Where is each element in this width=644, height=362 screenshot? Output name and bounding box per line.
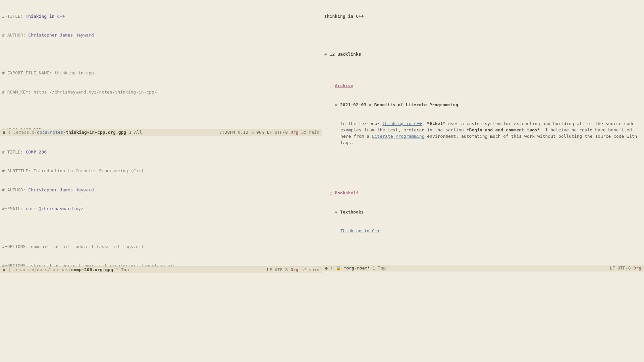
modified-icon: ● (325, 265, 328, 272)
bottom-modeline: ● ❮ .emacs.d/docs/courses/comp-206.org.g… (0, 266, 322, 273)
time: 7:38PM (219, 129, 235, 136)
modified-icon: ● (3, 267, 5, 273)
position: 1 Top (373, 265, 386, 272)
buffer-name: *org-roam* (344, 265, 370, 272)
top-buffer[interactable]: #+TITLE: Thinking in C++ #+AUTHOR: Chris… (0, 0, 322, 129)
encoding: LF UTF-8 (267, 267, 288, 273)
right-modeline: ● ❮ 🔒 *org-roam* 1 Top LF UTF-8 Org (322, 265, 644, 272)
position: 1 All (129, 129, 142, 136)
back-icon[interactable]: ❮ (8, 267, 11, 273)
bookshelf-link[interactable]: Bookshelf (335, 190, 358, 195)
major-mode: Org (290, 129, 298, 136)
bottom-buffer[interactable]: #+TITLE: COMP 206 #+SUBTITLE: Introducti… (0, 136, 322, 266)
buffer-path: .emacs.d/docs/courses/comp-206.org.gpg (13, 267, 113, 273)
thinking-link[interactable]: Thinking in C++ (382, 121, 422, 126)
major-mode: Org (290, 267, 298, 273)
git-branch-icon: ⎇ (301, 267, 306, 273)
title-key: #+TITLE: (2, 14, 25, 19)
battery-pct: 96% (256, 129, 264, 136)
encoding: LF UTF-8 (610, 265, 631, 272)
git-branch-icon: ⎇ (301, 129, 306, 136)
author-value: Christopher James Hayward (28, 33, 94, 38)
back-icon[interactable]: ❮ (330, 265, 333, 272)
archive-link[interactable]: Archive (335, 83, 353, 88)
major-mode: Org (634, 265, 641, 272)
author-key: #+AUTHOR: (2, 33, 28, 38)
title-value: COMP 206 (25, 149, 47, 155)
buffer-path: .emacs.d/docs/notes/thinking-in-cpp.org.… (13, 129, 126, 136)
position: 1 Top (116, 267, 129, 273)
backlinks-count: 12 Backlinks (330, 52, 361, 57)
back-icon[interactable]: ❮ (8, 129, 11, 136)
backlinks-title: Thinking in C++ (324, 13, 642, 20)
title-value: Thinking in C++ (25, 14, 65, 19)
encoding: LF UTF-8 (267, 129, 288, 136)
modified-icon: ● (3, 129, 5, 136)
top-modeline: ● ❮ .emacs.d/docs/notes/thinking-in-cpp.… (0, 129, 322, 136)
git-branch: main (309, 267, 319, 273)
battery-icon: ▭ (251, 129, 254, 136)
load: 0.13 (238, 129, 248, 136)
lock-icon: 🔒 (336, 265, 341, 272)
litprog-link[interactable]: Literate Programming (372, 134, 425, 139)
git-branch: main (309, 129, 319, 136)
thinking-link[interactable]: Thinking in C++ (340, 228, 380, 233)
backlinks-buffer[interactable]: Thinking in C++ ⊙ 12 Backlinks ○ Archive… (322, 0, 644, 265)
